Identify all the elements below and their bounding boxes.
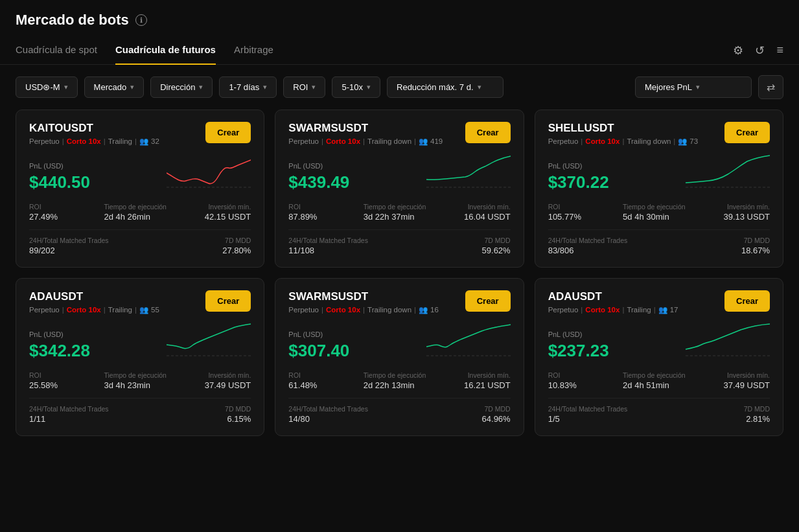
pnl-section: PnL (USD) $237.23 (548, 322, 770, 361)
list-icon[interactable]: ≡ (776, 43, 783, 57)
stat-trades: 24H/Total Matched Trades 1/5 (548, 405, 628, 424)
card-symbol: SWARMSUSDT (288, 122, 443, 135)
mini-chart (426, 322, 511, 361)
stat-mdd: 7D MDD 2.81% (744, 405, 770, 424)
card-leverage: Corto 10x (585, 137, 620, 145)
pnl-block: PnL (USD) $439.49 (288, 162, 349, 192)
filter-margin[interactable]: USD⊛-M ▾ (16, 76, 78, 98)
card-leverage: Corto 10x (67, 306, 101, 314)
sort-btn[interactable]: Mejores PnL ▾ (635, 76, 752, 98)
card-users: 419 (430, 137, 443, 145)
stat-trades: 24H/Total Matched Trades 1/11 (29, 405, 109, 424)
card-strategy: Trailing (108, 137, 132, 145)
card-type: Perpetuo (288, 137, 319, 145)
stats-row2: 24H/Total Matched Trades 89/202 7D MDD 2… (29, 229, 251, 255)
filter-market[interactable]: Mercado ▾ (84, 76, 145, 98)
pnl-block: PnL (USD) $342.28 (29, 330, 90, 361)
card-info: SHELLUSDT Perpetuo | Corto 10x | Trailin… (548, 122, 699, 146)
bot-card: SWARMSUSDT Perpetuo | Corto 10x | Traili… (275, 110, 524, 268)
filters-bar: USD⊛-M ▾ Mercado ▾ Dirección ▾ 1-7 días … (0, 65, 799, 110)
pnl-value: $237.23 (548, 341, 609, 361)
refresh-icon[interactable]: ↺ (755, 43, 765, 58)
create-button[interactable]: Crear (724, 122, 770, 143)
card-symbol: ADAUSDT (29, 290, 159, 303)
create-button[interactable]: Crear (205, 122, 251, 143)
stat-roi: ROI 10.83% (548, 371, 620, 390)
stats-row2: 24H/Total Matched Trades 83/806 7D MDD 1… (548, 229, 770, 255)
pnl-label: PnL (USD) (548, 162, 609, 170)
mini-chart (426, 154, 511, 192)
pnl-value: $307.40 (288, 341, 349, 361)
stat-roi: ROI 25.58% (29, 371, 101, 390)
stat-mdd: 7D MDD 6.15% (225, 405, 251, 424)
bot-card: ADAUSDT Perpetuo | Corto 10x | Trailing … (535, 278, 783, 436)
stats-row: ROI 105.77% Tiempo de ejecución 5d 4h 30… (548, 203, 770, 222)
pnl-label: PnL (USD) (548, 330, 609, 338)
stat-time: Tiempo de ejecución 2d 22h 13min (364, 371, 435, 390)
tab-spot[interactable]: Cuadrícula de spot (16, 36, 97, 64)
pnl-value: $342.28 (29, 341, 90, 361)
pnl-label: PnL (USD) (29, 330, 90, 338)
stat-inv: Inversión mín. 39.13 USDT (698, 203, 770, 222)
mini-chart (167, 154, 251, 192)
card-info: ADAUSDT Perpetuo | Corto 10x | Trailing … (548, 290, 678, 314)
settings-icon[interactable]: ⚙ (733, 43, 743, 58)
stat-time: Tiempo de ejecución 3d 4h 23min (104, 371, 176, 390)
advanced-filter-icon[interactable]: ⇄ (758, 75, 783, 99)
card-meta: Perpetuo | Corto 10x | Trailing down | 👥… (288, 137, 443, 146)
info-icon[interactable]: ℹ (135, 14, 147, 26)
tab-futuros[interactable]: Cuadrícula de futuros (115, 36, 216, 64)
stat-mdd: 7D MDD 18.67% (741, 237, 770, 255)
stats-row: ROI 25.58% Tiempo de ejecución 3d 4h 23m… (29, 371, 251, 390)
card-users: 55 (151, 306, 159, 314)
bot-card: KAITOUSDT Perpetuo | Corto 10x | Trailin… (16, 110, 264, 268)
card-meta: Perpetuo | Corto 10x | Trailing | 👥 17 (548, 305, 678, 314)
bot-card: SHELLUSDT Perpetuo | Corto 10x | Trailin… (535, 110, 783, 268)
card-meta: Perpetuo | Corto 10x | Trailing | 👥 32 (29, 137, 159, 146)
stat-trades: 24H/Total Matched Trades 11/108 (288, 237, 368, 255)
tab-arbitrage[interactable]: Arbitrage (234, 36, 273, 64)
pnl-section: PnL (USD) $439.49 (288, 154, 510, 192)
card-header: ADAUSDT Perpetuo | Corto 10x | Trailing … (548, 290, 770, 314)
filter-roi[interactable]: ROI ▾ (283, 76, 325, 98)
card-users: 17 (670, 306, 678, 314)
card-users: 73 (689, 137, 698, 145)
pnl-section: PnL (USD) $307.40 (288, 322, 510, 361)
card-leverage: Corto 10x (585, 306, 620, 314)
page-title: Mercado de bots (16, 12, 129, 29)
stats-row: ROI 10.83% Tiempo de ejecución 2d 4h 51m… (548, 371, 770, 390)
card-leverage: Corto 10x (326, 306, 360, 314)
card-symbol: KAITOUSDT (29, 122, 159, 135)
create-button[interactable]: Crear (465, 122, 511, 143)
stat-inv: Inversión mín. 37.49 USDT (698, 371, 770, 390)
bot-card: ADAUSDT Perpetuo | Corto 10x | Trailing … (16, 278, 264, 436)
create-button[interactable]: Crear (724, 290, 770, 312)
filter-direction[interactable]: Dirección ▾ (150, 76, 213, 98)
pnl-value: $439.49 (288, 172, 349, 192)
tabs-bar: Cuadrícula de spot Cuadrícula de futuros… (0, 36, 799, 65)
stats-row2: 24H/Total Matched Trades 14/80 7D MDD 64… (288, 398, 510, 424)
stat-time: Tiempo de ejecución 2d 4h 51min (623, 371, 695, 390)
card-strategy: Trailing down (367, 306, 411, 314)
header: Mercado de bots ℹ (0, 0, 799, 36)
stat-roi: ROI 105.77% (548, 203, 620, 222)
stat-inv: Inversión mín. 42.15 USDT (179, 203, 251, 222)
pnl-section: PnL (USD) $440.50 (29, 154, 251, 192)
stat-trades: 24H/Total Matched Trades 83/806 (548, 237, 628, 255)
pnl-label: PnL (USD) (288, 162, 349, 170)
stat-roi: ROI 61.48% (288, 371, 360, 390)
card-leverage: Corto 10x (326, 137, 360, 145)
create-button[interactable]: Crear (205, 290, 251, 312)
filter-leverage[interactable]: 5-10x ▾ (332, 76, 380, 98)
card-symbol: SHELLUSDT (548, 122, 699, 135)
create-button[interactable]: Crear (465, 290, 511, 312)
stats-row2: 24H/Total Matched Trades 1/11 7D MDD 6.1… (29, 398, 251, 424)
tabs-right-icons: ⚙ ↺ ≡ (733, 43, 783, 58)
filter-reduction[interactable]: Reducción máx. 7 d. ▾ (387, 76, 504, 98)
filter-days[interactable]: 1-7 días ▾ (219, 76, 277, 98)
card-meta: Perpetuo | Corto 10x | Trailing down | 👥… (548, 137, 699, 146)
card-header: SWARMSUSDT Perpetuo | Corto 10x | Traili… (288, 122, 510, 146)
filter-right: Mejores PnL ▾ ⇄ (635, 75, 783, 99)
card-header: KAITOUSDT Perpetuo | Corto 10x | Trailin… (29, 122, 251, 146)
stat-time: Tiempo de ejecución 5d 4h 30min (623, 203, 695, 222)
